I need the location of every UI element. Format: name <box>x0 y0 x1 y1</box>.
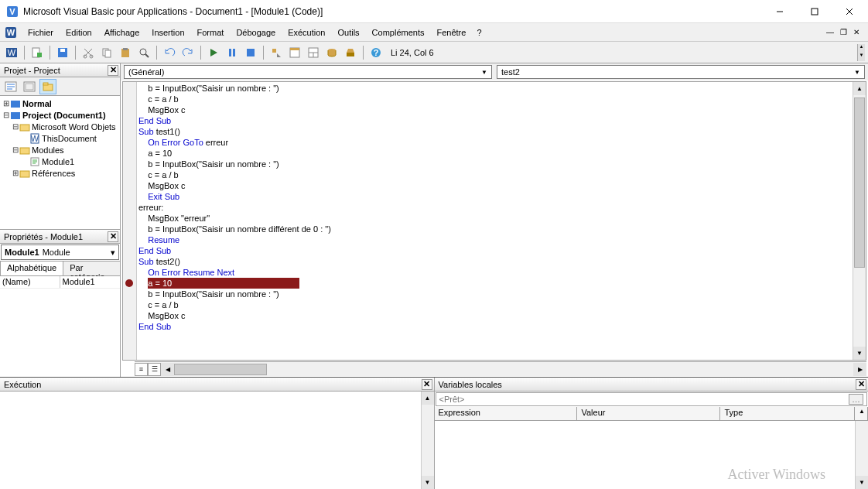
undo-button[interactable] <box>161 44 178 61</box>
reset-button[interactable] <box>242 44 259 61</box>
code-line[interactable]: c = a / b <box>138 94 853 104</box>
mdi-minimize-button[interactable]: — <box>825 27 836 38</box>
menu-format[interactable]: Format <box>191 26 231 39</box>
properties-window-button[interactable] <box>305 44 322 61</box>
code-editor[interactable]: b = InputBox("Saisir un nombre : ") c = … <box>122 81 866 361</box>
code-text-area[interactable]: b = InputBox("Saisir un nombre : ") c = … <box>137 82 853 360</box>
tree-modules-folder[interactable]: ⊟Modules <box>2 144 118 156</box>
scroll-up-button[interactable]: ▲ <box>853 82 866 95</box>
menu-fichier[interactable]: Fichier <box>22 26 60 39</box>
tree-references-folder[interactable]: ⊞Références <box>2 167 118 179</box>
code-line[interactable]: Resume <box>138 234 853 245</box>
code-line[interactable]: a = 10 <box>138 148 853 159</box>
properties-panel-close-button[interactable]: ✕ <box>108 231 118 242</box>
locals-col-type[interactable]: Type <box>720 407 855 420</box>
cut-button[interactable] <box>80 44 97 61</box>
window-maximize-button[interactable] <box>797 1 832 22</box>
code-line[interactable]: c = a / b <box>138 169 853 180</box>
locals-panel-close-button[interactable]: ✕ <box>856 379 866 390</box>
vscroll-thumb[interactable] <box>854 97 865 268</box>
code-line[interactable]: MsgBox "erreur" <box>138 213 853 224</box>
locals-vscroll[interactable]: ▼ <box>855 421 868 489</box>
locals-grid[interactable] <box>435 421 856 489</box>
menu-fenêtre[interactable]: Fenêtre <box>430 26 472 39</box>
procedure-combo[interactable]: test2▼ <box>497 65 865 79</box>
immediate-window-textarea[interactable] <box>0 392 421 489</box>
code-line[interactable]: MsgBox c <box>138 310 853 321</box>
scroll-left-button[interactable]: ◀ <box>161 363 174 376</box>
immediate-vscroll[interactable]: ▲▼ <box>421 392 434 489</box>
code-line[interactable]: Sub test2() <box>138 256 853 267</box>
locals-col-value[interactable]: Valeur <box>577 407 720 420</box>
code-line[interactable]: a = 10 <box>138 278 853 289</box>
menu-affichage[interactable]: Affichage <box>98 26 146 39</box>
menu-exécution[interactable]: Exécution <box>282 26 331 39</box>
vertical-scrollbar[interactable]: ▲ ▼ <box>853 82 866 360</box>
tree-normal-project[interactable]: ⊞Normal <box>2 97 118 109</box>
code-line[interactable]: End Sub <box>138 321 853 332</box>
code-line[interactable]: erreur: <box>138 202 853 213</box>
code-line[interactable]: b = InputBox("Saisir un nombre : ") <box>138 159 853 169</box>
full-module-view-button[interactable]: ☰ <box>148 363 161 376</box>
menu-débogage[interactable]: Débogage <box>230 26 282 39</box>
scroll-right-button[interactable]: ▶ <box>853 363 866 376</box>
code-line[interactable]: End Sub <box>138 115 853 126</box>
code-line[interactable]: b = InputBox("Saisir un nombre différent… <box>138 224 853 234</box>
locals-context-more-button[interactable]: … <box>849 394 863 405</box>
project-explorer-button[interactable] <box>286 44 303 61</box>
code-line[interactable]: End Sub <box>138 245 853 256</box>
design-mode-button[interactable] <box>268 44 285 61</box>
tree-module1[interactable]: Module1 <box>2 156 118 167</box>
hscroll-thumb[interactable] <box>174 364 267 375</box>
break-button[interactable] <box>224 44 241 61</box>
code-line[interactable]: On Error Resume Next <box>138 267 853 278</box>
find-button[interactable] <box>135 44 152 61</box>
procedure-view-button[interactable]: ≡ <box>135 363 148 376</box>
code-line[interactable]: MsgBox c <box>138 180 853 191</box>
code-line[interactable]: Sub test1() <box>138 126 853 137</box>
properties-tab-alphabetic[interactable]: Alphabétique <box>0 261 63 275</box>
tree-thisdocument[interactable]: WThisDocument <box>2 132 118 144</box>
menu-outils[interactable]: Outils <box>331 26 365 39</box>
menu-insertion[interactable]: Insertion <box>145 26 190 39</box>
help-button[interactable]: ? <box>367 44 384 61</box>
code-line[interactable]: MsgBox c <box>138 104 853 115</box>
immediate-panel-close-button[interactable]: ✕ <box>422 379 432 390</box>
menu-compléments[interactable]: Compléments <box>366 26 431 39</box>
locals-context-combo[interactable]: <Prêt>… <box>436 392 868 406</box>
toggle-folders-button[interactable] <box>39 79 56 94</box>
properties-grid[interactable]: (Name) Module1 <box>0 276 120 377</box>
code-line[interactable]: b = InputBox("Saisir un nombre : ") <box>138 289 853 299</box>
project-panel-close-button[interactable]: ✕ <box>108 65 118 76</box>
scroll-down-button[interactable]: ▼ <box>853 347 866 360</box>
save-button[interactable] <box>54 44 71 61</box>
menu-edition[interactable]: Edition <box>60 26 98 39</box>
window-close-button[interactable] <box>832 1 866 22</box>
tree-project-document1[interactable]: ⊟Project (Document1) <box>2 109 118 121</box>
paste-button[interactable] <box>117 44 134 61</box>
redo-button[interactable] <box>179 44 196 61</box>
property-row-name[interactable]: (Name) Module1 <box>0 276 120 289</box>
properties-tab-category[interactable]: Par catégorie <box>63 261 121 275</box>
code-margin[interactable] <box>123 82 137 360</box>
properties-object-combo[interactable]: Module1Module▾ <box>1 244 119 260</box>
view-word-button[interactable]: W <box>3 44 20 61</box>
locals-col-expression[interactable]: Expression <box>435 407 578 420</box>
view-object-button[interactable] <box>21 79 38 94</box>
mdi-restore-button[interactable]: ❐ <box>838 27 849 38</box>
breakpoint-marker[interactable] <box>125 279 133 287</box>
toolbox-button[interactable] <box>342 44 359 61</box>
project-tree[interactable]: ⊞Normal ⊟Project (Document1) ⊟Microsoft … <box>0 96 120 229</box>
menu-help[interactable]: ? <box>472 26 486 39</box>
insert-module-button[interactable] <box>29 44 46 61</box>
horizontal-scrollbar[interactable]: ◀ ▶ <box>161 363 866 376</box>
window-minimize-button[interactable] <box>762 1 797 22</box>
run-button[interactable] <box>205 44 222 61</box>
view-code-button[interactable] <box>2 79 19 94</box>
object-browser-button[interactable] <box>323 44 340 61</box>
code-line[interactable]: On Error GoTo erreur <box>138 137 853 148</box>
copy-button[interactable] <box>98 44 115 61</box>
tree-word-objects-folder[interactable]: ⊟Microsoft Word Objets <box>2 121 118 132</box>
object-combo[interactable]: (Général)▼ <box>124 65 492 79</box>
code-line[interactable]: c = a / b <box>138 299 853 310</box>
